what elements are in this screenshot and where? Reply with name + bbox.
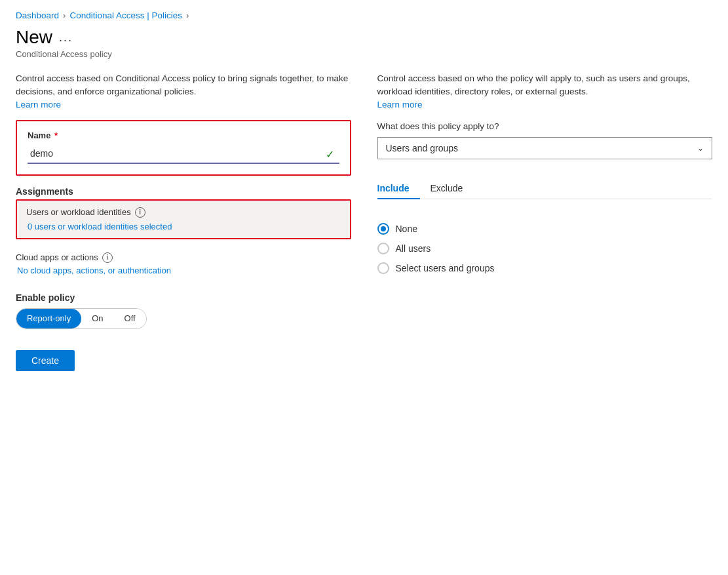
breadcrumb-sep1: › <box>63 10 66 20</box>
toggle-pill: Report-only On Off <box>16 308 147 329</box>
toggle-on[interactable]: On <box>81 309 113 328</box>
radio-none[interactable]: None <box>377 223 713 235</box>
radio-all-users-label: All users <box>396 243 431 254</box>
page-title-row: New ... <box>16 27 712 48</box>
page-title-ellipsis[interactable]: ... <box>59 31 73 45</box>
enable-policy-section: Enable policy Report-only On Off <box>16 292 351 329</box>
right-description-block: Control access based on who the policy w… <box>377 72 713 109</box>
dropdown-value: Users and groups <box>386 143 459 153</box>
assignment-item-title-row: Users or workload identities i <box>26 207 341 218</box>
radio-all-users[interactable]: All users <box>377 243 713 254</box>
main-content: Control access based on Conditional Acce… <box>16 72 712 371</box>
breadcrumb-dashboard[interactable]: Dashboard <box>16 10 59 20</box>
name-input-wrapper: ✓ <box>28 144 339 164</box>
assignments-heading: Assignments <box>16 186 351 197</box>
page-title: New <box>16 27 52 48</box>
required-star: * <box>52 130 58 140</box>
cloud-apps-label: Cloud apps or actions <box>16 252 98 262</box>
left-description-text: Control access based on Conditional Acce… <box>16 72 351 99</box>
assignment-item-value[interactable]: 0 users or workload identities selected <box>28 222 341 231</box>
check-icon: ✓ <box>326 148 334 160</box>
assignment-item[interactable]: Users or workload identities i 0 users o… <box>17 201 350 238</box>
radio-none-circle <box>377 223 389 235</box>
cloud-apps-value[interactable]: No cloud apps, actions, or authenticatio… <box>17 266 351 275</box>
assignments-section: Assignments Users or workload identities… <box>16 186 351 239</box>
toggle-group: Report-only On Off <box>16 308 351 329</box>
toggle-report-only[interactable]: Report-only <box>16 309 81 328</box>
tab-exclude[interactable]: Exclude <box>431 178 474 199</box>
name-input[interactable] <box>28 144 339 164</box>
toggle-off[interactable]: Off <box>114 309 146 328</box>
tab-include[interactable]: Include <box>377 178 420 199</box>
radio-none-label: None <box>396 224 417 234</box>
left-column: Control access based on Conditional Acce… <box>16 72 351 371</box>
radio-select-users[interactable]: Select users and groups <box>377 262 713 274</box>
left-learn-more-link[interactable]: Learn more <box>16 100 61 109</box>
enable-policy-label: Enable policy <box>16 292 351 303</box>
breadcrumb-policies[interactable]: Conditional Access | Policies <box>69 10 182 20</box>
cloud-apps-info-icon[interactable]: i <box>102 252 113 263</box>
left-description: Control access based on Conditional Acce… <box>16 72 351 109</box>
policy-applies-label: What does this policy apply to? <box>377 120 713 133</box>
policy-applies-section: What does this policy apply to? Users an… <box>377 120 713 167</box>
users-groups-dropdown[interactable]: Users and groups ⌄ <box>377 137 713 159</box>
right-column: Control access based on who the policy w… <box>377 72 713 371</box>
assignment-item-label: Users or workload identities <box>26 207 131 217</box>
breadcrumb: Dashboard › Conditional Access | Policie… <box>16 10 712 20</box>
create-button-container: Create <box>16 340 351 371</box>
include-exclude-tabs: Include Exclude <box>377 178 713 199</box>
name-section: Name * ✓ <box>16 120 351 176</box>
page-subtitle: Conditional Access policy <box>16 49 712 59</box>
cloud-apps-label-row: Cloud apps or actions i <box>16 252 351 263</box>
radio-group: None All users Select users and groups <box>377 220 713 277</box>
assignment-info-icon[interactable]: i <box>135 207 145 218</box>
chevron-down-icon: ⌄ <box>697 144 704 153</box>
cloud-apps-section: Cloud apps or actions i No cloud apps, a… <box>16 250 351 275</box>
radio-select-users-circle <box>377 262 389 274</box>
breadcrumb-sep2: › <box>186 10 189 20</box>
radio-all-users-circle <box>377 243 389 254</box>
right-description-text: Control access based on who the policy w… <box>377 72 713 99</box>
assignments-box: Users or workload identities i 0 users o… <box>16 199 351 239</box>
create-button[interactable]: Create <box>16 350 75 371</box>
right-learn-more-link[interactable]: Learn more <box>377 100 423 109</box>
name-label: Name * <box>28 130 339 140</box>
radio-select-users-label: Select users and groups <box>396 263 495 273</box>
